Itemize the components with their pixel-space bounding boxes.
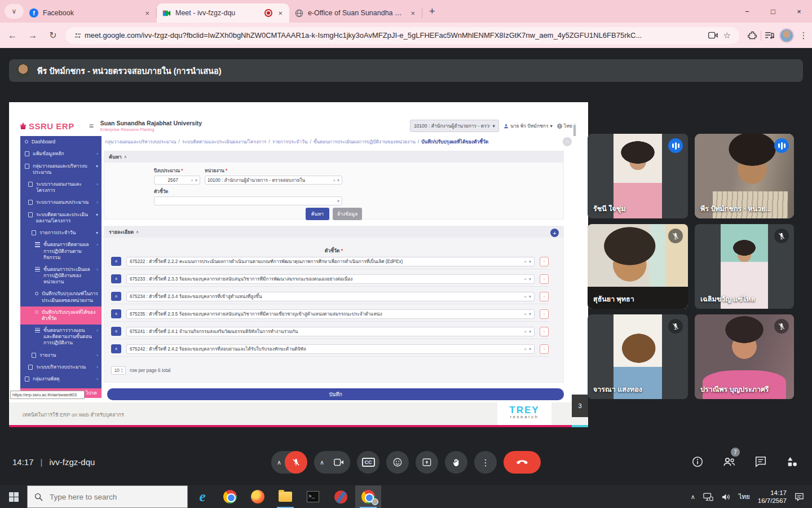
taskbar-app-ccleaner[interactable] [328, 485, 354, 508]
breadcrumb-item[interactable]: ขั้นตอนการประเมินผลการปฏิบัติงานของหน่วย… [314, 138, 416, 146]
media-controls-icon[interactable] [761, 27, 778, 44]
close-icon[interactable]: × [409, 9, 416, 17]
breadcrumb-item[interactable]: รายการประจำวัน [272, 138, 308, 146]
kpi-select[interactable]: 675241 : ตัวชี้วัดที่ 2.4.1 จำนวนกิจกรรม… [126, 327, 535, 336]
clear-icon[interactable]: × [524, 347, 527, 352]
close-window-button[interactable]: × [786, 0, 812, 23]
sidebar-item-kpi-results[interactable]: บันทึก/ปรับปรุงผลที่ได้ของตัวชี้วัด [20, 306, 102, 325]
org-unit-dropdown[interactable]: 10100 : สำนักงานผู้อำนวยการ - ตรวจสอบ...… [410, 120, 499, 132]
participant-tile[interactable]: จารณา แสงทอง [588, 314, 688, 399]
tab-search-button[interactable]: ∨ [5, 4, 24, 19]
delete-row-button[interactable] [540, 327, 549, 336]
taskbar-search[interactable] [27, 485, 188, 508]
breadcrumb-item[interactable]: ระบบติดตามและประเมินผลงาน/โครงการ [182, 138, 266, 146]
url-text[interactable]: meet.google.com/ivv-fzgz-dqu?fbclid=IwZX… [85, 31, 705, 40]
page-size-select[interactable]: 10▴▾ [111, 366, 126, 375]
sidebar-item-planning-group[interactable]: กลุ่มวางแผนและบริหารงบประมาณ▾ [20, 160, 102, 178]
camera-options-chevron[interactable]: ∧ [314, 459, 328, 466]
kpi-select[interactable]: 675235 : ตัวชี้วัดที่ 2.3.5 ร้อยละของบุค… [126, 309, 535, 319]
meeting-details-button[interactable] [690, 454, 705, 469]
sidebar-item-activity-tracking[interactable]: ขั้นตอนการติดตามผลการปฏิบัติงานตามกิจกรร… [20, 239, 102, 264]
more-options-button[interactable]: ⋮ [474, 451, 497, 474]
taskbar-app-ie[interactable]: e [189, 485, 215, 508]
sidebar-item-reports[interactable]: รายงาน› [20, 349, 102, 361]
profile-avatar[interactable] [778, 27, 795, 44]
sidebar-item-work-planning[interactable]: ขั้นตอนการวางแผนและติดตามงานขั้นตอนการปฏ… [20, 325, 102, 349]
site-info-icon[interactable] [74, 32, 82, 40]
start-button[interactable] [0, 485, 27, 508]
row-collapse-button[interactable]: ∧ [111, 292, 121, 301]
clear-icon[interactable]: × [333, 178, 336, 183]
delete-row-button[interactable] [540, 274, 549, 284]
breadcrumb-item[interactable]: กลุ่มวางแผนและบริหารงบประมาณ [105, 138, 176, 146]
address-bar[interactable]: meet.google.com/ivv-fzgz-dqu?fbclid=IwZX… [65, 27, 739, 44]
participant-tile[interactable]: พีร ปัทม์กชกร - หน่วย... [695, 134, 794, 218]
clear-icon[interactable]: × [524, 259, 527, 264]
tab-meet[interactable]: Meet - ivv-fzgz-dqu × [157, 3, 289, 23]
kpi-select[interactable]: 675234 : ตัวชี้วัดที่ 2.3.4 ร้อยละของบุค… [126, 292, 535, 301]
captions-button[interactable]: CC [357, 451, 379, 474]
camera-allowed-icon[interactable] [708, 32, 718, 39]
row-collapse-button[interactable]: ∧ [111, 274, 121, 283]
sidebar-item-daily-tasks[interactable]: รายการประจำวัน▾ [20, 227, 102, 239]
participants-button[interactable]: 7 [722, 454, 736, 469]
sidebar-item-project-planning[interactable]: ระบบวางแผนงานและโครงการ› [20, 178, 102, 196]
row-collapse-button[interactable]: ∧ [111, 309, 121, 318]
clear-icon[interactable]: × [524, 294, 527, 299]
action-center-icon[interactable] [795, 492, 804, 501]
user-menu[interactable]: นาย พีร ปัทม์กชกร▾ [504, 122, 553, 130]
clear-icon[interactable]: × [524, 277, 527, 282]
kpi-filter-select[interactable]: ▾ [154, 196, 342, 205]
sidebar-item-dashboard[interactable]: Dashboard [20, 136, 102, 148]
taskbar-app-cmd[interactable]: >_ [300, 485, 326, 508]
maximize-button[interactable]: □ [760, 0, 786, 23]
row-collapse-button[interactable]: ∧ [111, 257, 121, 266]
kpi-select[interactable]: 675233 : ตัวชี้วัดที่ 2.3.3 ร้อยละของบุค… [126, 274, 535, 284]
tab-facebook[interactable]: f Facebook × [24, 3, 156, 23]
sidebar-item-budget-planning[interactable]: ระบบวางแผนงบประมาณ› [20, 196, 102, 208]
mic-mute-button[interactable] [285, 451, 307, 474]
new-tab-button[interactable]: + [429, 6, 435, 17]
participant-tile[interactable]: ปราณีพร บุญประภาศรี [695, 314, 794, 399]
kpi-select[interactable]: 675222 : ตัวชี้วัดที่ 2.2.2 คะแนนการประเ… [126, 257, 535, 266]
taskbar-clock[interactable]: 14:17 16/7/2567 [758, 489, 787, 505]
taskbar-app-explorer[interactable] [272, 485, 298, 508]
taskbar-app-firefox[interactable] [245, 485, 271, 508]
row-collapse-button[interactable]: ∧ [111, 344, 121, 353]
forward-button[interactable]: → [25, 28, 41, 43]
network-icon[interactable] [703, 493, 713, 501]
delete-row-button[interactable] [540, 257, 549, 266]
row-collapse-button[interactable]: ∧ [111, 327, 121, 336]
tab-eoffice[interactable]: e-Office of Suan Sunandha Raja × [289, 3, 422, 23]
raise-hand-button[interactable] [445, 451, 467, 474]
sidebar-item-criteria-update[interactable]: บันทึกปรับปรุงเกณฑ์ในการประเมินผลของหน่ว… [20, 288, 102, 306]
delete-row-button[interactable] [540, 292, 549, 301]
search-input[interactable] [48, 492, 167, 502]
add-row-button[interactable]: + [550, 229, 559, 237]
close-icon[interactable]: × [144, 9, 151, 17]
camera-button[interactable] [328, 451, 350, 474]
hidden-icons-chevron[interactable]: ∧ [691, 493, 695, 501]
delete-row-button[interactable] [540, 309, 549, 319]
clear-icon[interactable]: × [191, 178, 193, 183]
participant-tile[interactable]: รัชนี ใจชุ่ม [588, 134, 688, 218]
kpi-select[interactable]: 675242 : ตัวชี้วัดที่ 2.4.2 ร้อยละของบุค… [126, 344, 535, 354]
details-panel-header[interactable]: รายละเอียด∧ [104, 226, 563, 238]
search-panel-header[interactable]: ค้นหา∧ [104, 151, 563, 163]
language-indicator[interactable]: ไทย [739, 492, 750, 502]
sidebar-item-unit-evaluation[interactable]: ขั้นตอนการประเมินผลการปฏิบัติงานของหน่วย… [20, 264, 102, 288]
mic-options-chevron[interactable]: ∧ [271, 459, 285, 466]
unit-select[interactable]: 10100 : สำนักงานผู้อำนวยการ - ตรวจสอบภาย… [205, 176, 342, 185]
delete-row-button[interactable] [540, 344, 549, 354]
sidebar-item-master-files[interactable]: แฟ้มข้อมูลหลัก› [20, 148, 102, 160]
participant-tile[interactable]: สุธันยา พุทธา [588, 224, 688, 309]
back-button[interactable]: ← [5, 28, 20, 43]
taskbar-app-chrome-active[interactable] [355, 485, 381, 508]
save-button[interactable]: บันทึก [107, 388, 564, 400]
participant-tile[interactable]: เฉลิมขวัญ แซ่ไหล [695, 224, 794, 309]
volume-icon[interactable] [721, 493, 731, 501]
chat-button[interactable] [753, 454, 768, 469]
fiscal-year-select[interactable]: 2567×▾ [154, 176, 200, 185]
extensions-icon[interactable] [744, 27, 761, 44]
sidebar-item-budget-admin[interactable]: ระบบบริหารงบประมาณ› [20, 361, 102, 373]
